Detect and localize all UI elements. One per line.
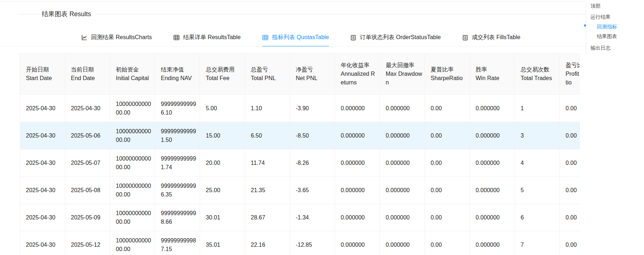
table-row: 2025-04-302025-05-071000000000000.009999… [20, 149, 580, 177]
column-title-zh: 胜率 [476, 65, 512, 74]
column-title-en: Initial Capital [116, 74, 153, 83]
column-title-zh: 当前日期 [71, 65, 108, 74]
table-cell: 0.00 [425, 231, 470, 255]
table-cell: 0.00 [560, 122, 580, 149]
table-cell: 0.000000 [335, 149, 380, 177]
table-cell: 0.000000 [380, 177, 425, 204]
table-cell: 2025-04-30 [65, 95, 110, 122]
tab-quotastable[interactable]: 指标列表 QuotasTable [262, 28, 329, 47]
table-cell: -3.65 [290, 177, 335, 204]
column-title-en: Total Trades [521, 74, 557, 83]
column-title-en: Annualized Returns [341, 70, 377, 87]
table-cell: 1000000000000.00 [110, 122, 155, 149]
table-cell: 11.74 [245, 149, 290, 177]
column-title-en: SharpeRatio [431, 74, 467, 83]
table-cell: 0.000000 [470, 95, 515, 122]
table-cell: 2025-05-12 [65, 231, 110, 255]
top-divider-line [0, 1, 586, 1]
anchor-active-dot-icon [584, 24, 586, 27]
table-cell: 0.00 [560, 95, 580, 122]
table-cell: 20.00 [200, 149, 245, 177]
table-cell: 21.35 [245, 177, 290, 204]
table-cell: 0.00 [560, 204, 580, 231]
table-cell: 0.000000 [470, 177, 515, 204]
table-cell: 0.000000 [380, 95, 425, 122]
table-cell: 28.67 [245, 204, 290, 231]
tab-fillstable[interactable]: 成交列表 FillsTable [462, 28, 520, 47]
anchor-link-4[interactable]: 输出日志 [590, 45, 611, 51]
column-header: 胜率Win Rate [470, 54, 515, 95]
table-icon [173, 34, 180, 41]
column-title-en: Max Drawdown [386, 70, 422, 87]
table-cell: 1000000000000.00 [110, 177, 155, 204]
table-cell: 1000000000000.00 [110, 95, 155, 122]
column-title-en: Ending NAV [161, 74, 198, 83]
table-cell: 0.000000 [335, 122, 380, 149]
table-row: 2025-04-302025-05-091000000000000.009999… [20, 204, 580, 231]
table-cell: 2025-04-30 [20, 231, 65, 255]
table-cell: 0.000000 [470, 204, 515, 231]
table-cell: 999999999998.66 [155, 204, 200, 231]
title-divider-right [95, 14, 586, 14]
table-cell: 2025-05-06 [65, 122, 110, 149]
table-cell: 0.000000 [380, 149, 425, 177]
column-title-en: End Date [71, 74, 108, 83]
table-cell: 0.00 [425, 177, 470, 204]
tab-resultscharts[interactable]: 回测结果 ResultsCharts [81, 28, 152, 47]
table-cell: 2025-04-30 [20, 95, 65, 122]
table-cell: -8.50 [290, 122, 335, 149]
tab-orderstatustable[interactable]: 订单状态列表 OrderStatusTable [350, 28, 441, 47]
column-title-zh: 结束净值 [161, 65, 198, 74]
column-title-zh: 初始资金 [116, 65, 153, 74]
table-cell: 2025-04-30 [20, 177, 65, 204]
profile-icon [350, 35, 356, 41]
table-cell: 5 [515, 177, 560, 204]
column-title-zh: 开始日期 [26, 65, 63, 74]
anchor-link-0[interactable]: 顶部 [590, 3, 600, 9]
table-cell: 3 [515, 122, 560, 149]
table-cell: 6.50 [245, 122, 290, 149]
table-cell: 999999999987.15 [155, 231, 200, 255]
table-cell: 0.00 [425, 204, 470, 231]
column-title-zh: 总交易费用 [206, 65, 242, 74]
tab-label: 回测结果 ResultsCharts [91, 34, 152, 41]
table-row: 2025-04-302025-04-301000000000000.009999… [20, 95, 580, 122]
column-title-en: Start Date [26, 74, 63, 83]
anchor-link-2[interactable]: 回测指标 [597, 23, 617, 30]
table-cell: 0.00 [425, 95, 470, 122]
table-cell: 0.000000 [380, 231, 425, 255]
table-cell: 0.00 [560, 177, 580, 204]
anchor-link-1[interactable]: 运行结果 [590, 14, 611, 20]
column-title-zh: 盈亏比 [566, 61, 580, 70]
tab-label: 订单状态列表 OrderStatusTable [360, 34, 441, 41]
anchor-link-3[interactable]: 结果图表 [597, 33, 617, 40]
table-cell: 1 [515, 95, 560, 122]
table-cell: 0.00 [560, 231, 580, 255]
table-cell: 999999999996.10 [155, 95, 200, 122]
column-title-zh: 夏普比率 [431, 65, 467, 74]
column-header: 初始资金Initial Capital [110, 54, 155, 95]
title-divider-left [17, 14, 40, 14]
column-header: 当前日期End Date [65, 54, 110, 95]
table-cell: 999999999991.74 [155, 149, 200, 177]
table-cell: -3.90 [290, 95, 335, 122]
page-title: 结果图表 Results [42, 10, 91, 18]
tab-resultstable[interactable]: 结果详单 ResultsTable [173, 28, 241, 47]
table-cell: 0.00 [560, 149, 580, 177]
column-header: 结束净值Ending NAV [155, 54, 200, 95]
tabbar-bottom-border [0, 46, 586, 47]
column-title-zh: 最大回撤率 [386, 61, 422, 70]
table-row: 2025-04-302025-05-121000000000000.009999… [20, 231, 580, 255]
column-title-en: Profit Loss Ratio [566, 70, 580, 87]
column-header: 净盈亏Net PNL [290, 54, 335, 95]
table-cell: 2025-05-09 [65, 204, 110, 231]
table-cell: 0.000000 [335, 177, 380, 204]
column-header: 夏普比率SharpeRatio [425, 54, 470, 95]
table-row: 2025-04-302025-05-081000000000000.009999… [20, 177, 580, 204]
table-cell: -12.85 [290, 231, 335, 255]
table-cell: 7 [515, 231, 560, 255]
tab-label: 指标列表 QuotasTable [272, 34, 329, 41]
table-cell: 15.00 [200, 122, 245, 149]
column-header: 总盈亏Total PNL [245, 54, 290, 95]
column-title-en: Total Fee [206, 74, 242, 83]
